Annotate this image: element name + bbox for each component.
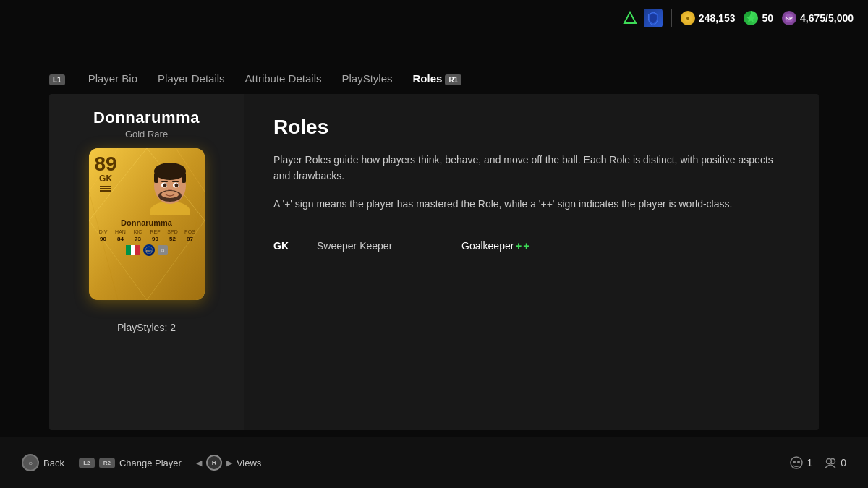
circle-btn-back: ○ xyxy=(22,454,39,471)
svg-rect-24 xyxy=(172,181,179,182)
coins-display: ● 248,153 xyxy=(681,11,736,25)
tab-attribute-details[interactable]: Attribute Details xyxy=(245,72,322,87)
back-label: Back xyxy=(43,458,64,468)
playstyles-label: PlayStyles: 2 xyxy=(117,322,176,333)
sp-icon: SP xyxy=(782,11,796,25)
bottom-right-counters: 1 0 xyxy=(790,456,846,469)
card-bottom-info: Donnarumma DIV HAN KIC REF SPD POS 90 84… xyxy=(95,218,199,256)
role-sweeper-keeper: Sweeper Keeper xyxy=(317,240,461,252)
top-icons xyxy=(622,9,663,27)
l2-button: L2 xyxy=(79,458,95,468)
card-top: 89 GK xyxy=(95,154,199,218)
counter-1: 1 xyxy=(790,456,812,469)
card-stats-values-row: 90 84 73 90 52 87 xyxy=(95,236,199,242)
arrow-left-icon: ◀ xyxy=(196,458,202,468)
back-button[interactable]: ○ Back xyxy=(22,454,64,471)
player-name-title: Donnarumma xyxy=(93,108,200,127)
role-position-gk: GK xyxy=(273,240,317,252)
right-panel: Roles Player Roles guide how players thi… xyxy=(244,94,819,430)
change-player-label: Change Player xyxy=(119,458,182,468)
tab-playstyles[interactable]: PlayStyles xyxy=(341,72,392,87)
svg-marker-1 xyxy=(746,14,755,22)
roles-row-gk: GK Sweeper Keeper Goalkeeper + + xyxy=(273,234,790,257)
top-divider xyxy=(671,9,672,27)
svg-text:PSG: PSG xyxy=(145,249,151,253)
left-panel: Donnarumma Gold Rare xyxy=(49,94,244,430)
svg-rect-28 xyxy=(126,245,131,255)
bottom-bar: ○ Back L2 R2 Change Player ◀ R ▶ Views 1 xyxy=(0,437,868,488)
roles-table: GK Sweeper Keeper Goalkeeper + + xyxy=(273,234,790,257)
roles-sign-info: A '+' sign means the player has mastered… xyxy=(273,196,780,212)
card-content: 89 GK xyxy=(95,154,199,294)
r1-badge: R1 xyxy=(445,74,461,85)
svg-text:SP: SP xyxy=(786,16,793,21)
views-button[interactable]: ◀ R ▶ Views xyxy=(196,455,261,471)
counter-2: 0 xyxy=(824,456,846,469)
svg-point-35 xyxy=(797,461,800,463)
svg-point-27 xyxy=(161,191,179,198)
change-player-button[interactable]: L2 R2 Change Player xyxy=(79,458,182,468)
main-content: Donnarumma Gold Rare xyxy=(49,94,819,430)
svg-rect-17 xyxy=(154,173,158,183)
r-button: R xyxy=(206,455,222,471)
tab-player-details[interactable]: Player Details xyxy=(158,72,225,87)
counter1-value: 1 xyxy=(807,457,812,468)
tabs-bar: L1 Player Bio Player Details Attribute D… xyxy=(49,72,461,87)
card-rating-pos: 89 GK xyxy=(95,154,117,192)
counter1-icon xyxy=(790,456,803,469)
svg-rect-18 xyxy=(182,173,186,183)
svg-point-37 xyxy=(830,459,835,464)
pts-icon xyxy=(744,11,758,25)
svg-rect-23 xyxy=(161,181,168,182)
svg-rect-29 xyxy=(131,245,135,255)
views-label: Views xyxy=(237,458,261,468)
card-rating: 89 xyxy=(95,154,117,174)
top-bar: ● 248,153 50 SP 4,675/5,000 xyxy=(608,0,868,36)
coins-value: 248,153 xyxy=(699,12,736,24)
svg-point-34 xyxy=(793,461,796,463)
flag-italy xyxy=(126,245,140,255)
card-flags: PSG 25 xyxy=(95,244,199,256)
card-stats-labels-row: DIV HAN KIC REF SPD POS xyxy=(95,229,199,234)
role-goalkeeper-rating: Goalkeeper + + xyxy=(461,239,529,252)
club-badge: PSG xyxy=(143,244,155,256)
svg-point-21 xyxy=(163,184,166,187)
svg-rect-30 xyxy=(135,245,140,255)
l1-badge: L1 xyxy=(49,74,65,85)
svg-point-22 xyxy=(174,184,178,187)
tab-roles[interactable]: Roles xyxy=(413,72,443,87)
season-badge: 25 xyxy=(158,245,168,255)
roles-title: Roles xyxy=(273,116,790,139)
card-face-placeholder xyxy=(141,154,199,218)
card-player-name-label: Donnarumma xyxy=(95,218,199,227)
arrow-right-icon: ▶ xyxy=(226,458,232,468)
svg-point-16 xyxy=(154,163,186,180)
bottom-left-controls: ○ Back L2 R2 Change Player ◀ R ▶ Views xyxy=(22,454,261,471)
tab-player-bio[interactable]: Player Bio xyxy=(88,72,137,87)
shield-icon xyxy=(644,9,663,27)
triangle-icon xyxy=(622,10,638,26)
pts-value: 50 xyxy=(762,12,773,24)
player-rarity: Gold Rare xyxy=(125,129,168,140)
sp-display: SP 4,675/5,000 xyxy=(782,11,854,25)
counter2-value: 0 xyxy=(841,457,846,468)
svg-marker-0 xyxy=(624,12,636,23)
counter2-icon xyxy=(824,456,837,469)
coin-icon: ● xyxy=(681,11,695,25)
r2-button: R2 xyxy=(99,458,115,468)
sp-value: 4,675/5,000 xyxy=(800,12,854,24)
player-card: 89 GK xyxy=(89,148,205,300)
roles-description: Player Roles guide how players think, be… xyxy=(273,152,780,184)
card-position: GK xyxy=(99,174,112,184)
pts-display: 50 xyxy=(744,11,773,25)
tab-roles-wrap: Roles R1 xyxy=(413,72,462,87)
